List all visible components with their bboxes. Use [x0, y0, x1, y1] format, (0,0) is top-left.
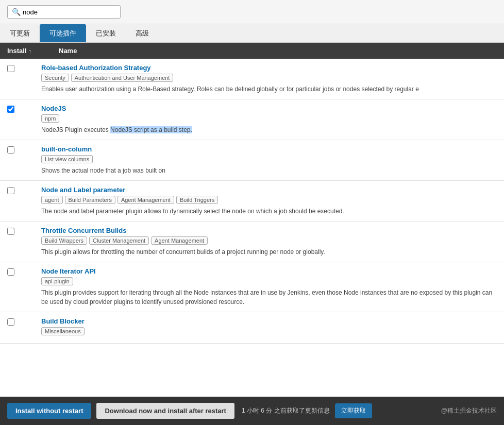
checkbox-col-role-based [7, 64, 33, 74]
plugin-list: Role-based Authorization Strategy Securi… [0, 59, 504, 378]
plugin-tags-build-blocker: Miscellaneous [41, 327, 497, 335]
col-install-header[interactable]: Install ↑ [7, 47, 43, 55]
search-icon: 🔍 [12, 8, 21, 16]
plugin-info-throttle: Throttle Concurrent Builds Build Wrapper… [41, 227, 497, 257]
tab-installed[interactable]: 已安装 [86, 24, 126, 42]
plugin-desc-node-label: The node and label parameter plugin allo… [41, 207, 497, 216]
install-checkbox-built-on[interactable] [7, 146, 14, 154]
tag-npm: npm [41, 114, 59, 123]
desc-highlight-nodejs: NodeJS script as a build step. [110, 126, 192, 133]
tag-build-triggers: Build Triggers [176, 196, 218, 204]
table-header: Install ↑ Name [0, 43, 504, 59]
tab-updatable[interactable]: 可更新 [0, 24, 40, 42]
install-restart-button[interactable]: Download now and install after restart [96, 403, 234, 419]
plugin-info-node-iterator: Node Iterator API api-plugin This plugin… [41, 267, 497, 307]
watermark-text: @稀土掘金技术社区 [441, 406, 497, 415]
plugin-desc-role-based: Enables user authorization using a Role-… [41, 84, 497, 94]
plugin-tags-built-on: List view columns [41, 155, 497, 163]
table-row: Node and Label parameter agent Build Par… [0, 181, 504, 222]
plugin-title-build-blocker[interactable]: Build Blocker [41, 317, 497, 325]
plugin-tags-nodejs: npm [41, 114, 497, 123]
tag-cluster-mgmt: Cluster Management [89, 236, 149, 245]
checkbox-col-node-label [7, 186, 33, 196]
plugin-info-built-on: built-on-column List view columns Shows … [41, 145, 497, 175]
install-checkbox-role-based[interactable] [7, 65, 14, 72]
fetch-now-button[interactable]: 立即获取 [335, 403, 372, 418]
plugin-title-node-iterator[interactable]: Node Iterator API [41, 267, 497, 275]
install-now-button[interactable]: Install without restart [7, 403, 91, 419]
tab-available[interactable]: 可选插件 [40, 24, 86, 42]
plugin-title-built-on[interactable]: built-on-column [41, 145, 497, 153]
checkbox-col-throttle [7, 227, 33, 236]
search-bar: 🔍 [0, 0, 504, 24]
tag-miscellaneous: Miscellaneous [41, 327, 85, 335]
plugin-title-role-based[interactable]: Role-based Authorization Strategy [41, 64, 497, 72]
install-checkbox-throttle[interactable] [7, 228, 14, 235]
search-wrapper: 🔍 [7, 5, 121, 19]
tag-list-view: List view columns [41, 155, 93, 163]
plugin-info-build-blocker: Build Blocker Miscellaneous [41, 317, 497, 338]
plugin-info-role-based: Role-based Authorization Strategy Securi… [41, 64, 497, 94]
tag-api-plugin: api-plugin [41, 277, 73, 285]
plugin-desc-built-on: Shows the actual node that a job was bui… [41, 166, 497, 175]
tag-agent: agent [41, 196, 63, 204]
plugin-title-node-label[interactable]: Node and Label parameter [41, 186, 497, 194]
plugin-desc-nodejs: NodeJS Plugin executes NodeJS script as … [41, 125, 497, 134]
checkbox-col-nodejs [7, 105, 33, 114]
install-checkbox-node-iterator[interactable] [7, 268, 14, 276]
table-row: Build Blocker Miscellaneous [0, 312, 504, 344]
plugin-tags-throttle: Build Wrappers Cluster Management Agent … [41, 236, 497, 245]
tag-agent-mgmt: Agent Management [117, 196, 174, 204]
plugin-info-nodejs: NodeJS npm NodeJS Plugin executes NodeJS… [41, 105, 497, 134]
tag-build-wrappers: Build Wrappers [41, 236, 87, 245]
install-checkbox-node-label[interactable] [7, 187, 14, 194]
install-checkbox-nodejs[interactable] [7, 106, 14, 113]
sort-arrow-icon: ↑ [29, 48, 32, 54]
checkbox-col-build-blocker [7, 317, 33, 327]
search-input[interactable] [23, 8, 115, 16]
table-row: Role-based Authorization Strategy Securi… [0, 59, 504, 99]
plugin-tags-role-based: Security Authentication and User Managem… [41, 74, 497, 82]
checkbox-col-built-on [7, 145, 33, 155]
install-checkbox-build-blocker[interactable] [7, 318, 14, 326]
table-row: built-on-column List view columns Shows … [0, 140, 504, 181]
plugin-desc-node-iterator: This plugin provides support for iterati… [41, 288, 497, 307]
footer-bar: Install without restart Download now and… [0, 397, 504, 425]
table-row: Node Iterator API api-plugin This plugin… [0, 262, 504, 312]
tag-security: Security [41, 74, 69, 82]
plugin-tags-node-iterator: api-plugin [41, 277, 497, 285]
tab-advanced[interactable]: 高级 [126, 24, 159, 42]
tabs-bar: 可更新 可选插件 已安装 高级 [0, 24, 504, 43]
tag-build-params: Build Parameters [65, 196, 115, 204]
plugin-tags-node-label: agent Build Parameters Agent Management … [41, 196, 497, 204]
checkbox-col-node-iterator [7, 267, 33, 277]
col-name-header: Name [59, 47, 77, 55]
footer-status-text: 1 小时 6 分 之前获取了更新信息 [242, 406, 330, 415]
plugin-title-nodejs[interactable]: NodeJS [41, 105, 497, 112]
desc-prefix-nodejs: NodeJS Plugin executes [41, 126, 110, 133]
tag-auth-mgmt: Authentication and User Management [71, 74, 174, 82]
plugin-title-throttle[interactable]: Throttle Concurrent Builds [41, 227, 497, 234]
plugin-desc-throttle: This plugin allows for throttling the nu… [41, 247, 497, 257]
table-row: Throttle Concurrent Builds Build Wrapper… [0, 222, 504, 262]
plugin-info-node-label: Node and Label parameter agent Build Par… [41, 186, 497, 216]
tag-agent-mgmt2: Agent Management [151, 236, 208, 245]
table-row: NodeJS npm NodeJS Plugin executes NodeJS… [0, 99, 504, 140]
